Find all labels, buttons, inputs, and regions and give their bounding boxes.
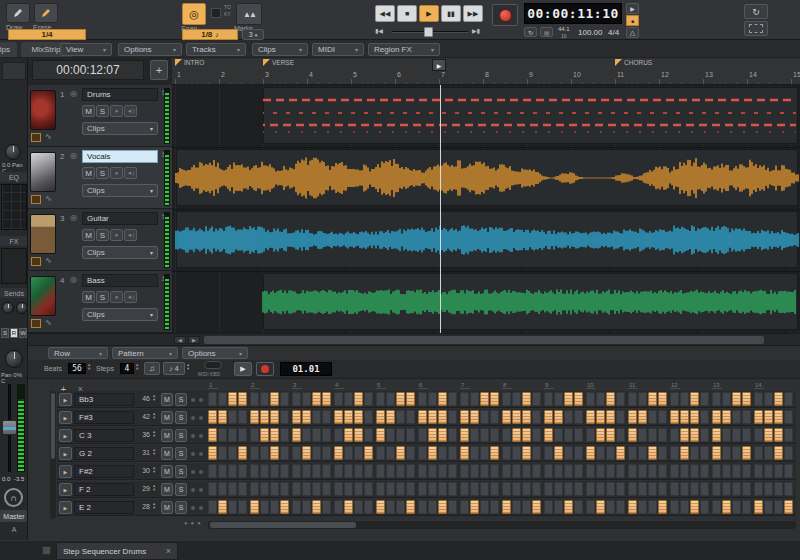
- row-preview-button[interactable]: ▶: [59, 501, 72, 514]
- step-cell[interactable]: [396, 464, 405, 478]
- step-cell[interactable]: [292, 464, 301, 478]
- step-cell[interactable]: [628, 410, 637, 424]
- track-clips-dropdown[interactable]: Clips▾: [82, 308, 158, 321]
- track-name[interactable]: Drums: [82, 88, 158, 101]
- step-cell[interactable]: [270, 482, 279, 496]
- step-cell[interactable]: [648, 482, 657, 496]
- step-cell[interactable]: [364, 428, 373, 442]
- step-cell[interactable]: [250, 410, 259, 424]
- step-cell[interactable]: [596, 500, 605, 514]
- step-cell[interactable]: [418, 464, 427, 478]
- step-cell[interactable]: [354, 446, 363, 460]
- step-cell[interactable]: [574, 428, 583, 442]
- step-cell[interactable]: [502, 428, 511, 442]
- step-cell[interactable]: [428, 392, 437, 406]
- track-automation-button[interactable]: [31, 257, 41, 266]
- track-automation-button[interactable]: [31, 133, 41, 142]
- snap-aux-toggle[interactable]: [211, 8, 221, 18]
- menu-tracks[interactable]: Tracks▾: [186, 43, 246, 56]
- track-header-bass[interactable]: 4◎Bass↕MS●◄)Clips▾∿: [28, 271, 172, 333]
- step-cell[interactable]: [418, 410, 427, 424]
- step-cell[interactable]: [606, 464, 615, 478]
- step-cell[interactable]: [334, 500, 343, 514]
- step-cell[interactable]: [460, 446, 469, 460]
- hscroll-thumb[interactable]: [204, 336, 764, 344]
- step-cell[interactable]: [680, 392, 689, 406]
- step-cell[interactable]: [438, 482, 447, 496]
- step-cell[interactable]: [428, 410, 437, 424]
- step-cell[interactable]: [418, 500, 427, 514]
- step-cell[interactable]: [586, 464, 595, 478]
- step-cell[interactable]: [322, 428, 331, 442]
- row-solo-button[interactable]: S: [175, 483, 187, 496]
- step-cell[interactable]: [322, 464, 331, 478]
- step-cell[interactable]: [742, 500, 751, 514]
- step-cell[interactable]: [428, 464, 437, 478]
- track-clips-dropdown[interactable]: Clips▾: [82, 246, 158, 259]
- step-cell[interactable]: [238, 410, 247, 424]
- seq-menu-row[interactable]: Row▾: [48, 347, 108, 359]
- step-cell[interactable]: [470, 464, 479, 478]
- step-cell[interactable]: [712, 428, 721, 442]
- track-mute-button[interactable]: M: [82, 105, 95, 117]
- step-cell[interactable]: [742, 392, 751, 406]
- step-cell[interactable]: [616, 482, 625, 496]
- row-mute-button[interactable]: M: [161, 501, 173, 514]
- step-cell[interactable]: [438, 500, 447, 514]
- row-solo-button[interactable]: S: [175, 465, 187, 478]
- step-cell[interactable]: [302, 464, 311, 478]
- step-cell[interactable]: [774, 392, 783, 406]
- row-option-dot[interactable]: [199, 452, 203, 456]
- step-cell[interactable]: [280, 410, 289, 424]
- track-solo-button[interactable]: S: [96, 291, 109, 303]
- step-cell[interactable]: [784, 428, 793, 442]
- step-cell[interactable]: [406, 464, 415, 478]
- step-cell[interactable]: [658, 464, 667, 478]
- step-cell[interactable]: [448, 428, 457, 442]
- fx-rack-box[interactable]: [1, 248, 27, 284]
- track-wave-icon[interactable]: ∿: [45, 194, 52, 203]
- step-cell[interactable]: [344, 428, 353, 442]
- step-cell[interactable]: [574, 410, 583, 424]
- step-cell[interactable]: [638, 446, 647, 460]
- step-cell[interactable]: [250, 500, 259, 514]
- step-cell[interactable]: [680, 482, 689, 496]
- row-velocity-spinner[interactable]: ▴▾: [153, 412, 155, 420]
- row-solo-button[interactable]: S: [175, 393, 187, 406]
- menu-region-fx[interactable]: Region FX▾: [368, 43, 440, 56]
- step-cell[interactable]: [700, 410, 709, 424]
- automation-w-button[interactable]: W: [19, 328, 27, 338]
- step-cell[interactable]: [638, 500, 647, 514]
- step-cell[interactable]: [754, 482, 763, 496]
- seq-hscroll-thumb[interactable]: [210, 522, 356, 528]
- step-cell[interactable]: [628, 482, 637, 496]
- step-cell[interactable]: [502, 410, 511, 424]
- step-cell[interactable]: [406, 392, 415, 406]
- step-cell[interactable]: [396, 428, 405, 442]
- track-monitor-button[interactable]: ◄): [124, 167, 137, 179]
- step-cell[interactable]: [354, 464, 363, 478]
- step-cell[interactable]: [238, 482, 247, 496]
- row-velocity-value[interactable]: 30: [136, 467, 150, 474]
- row-note-name[interactable]: G 2: [74, 447, 134, 460]
- row-velocity-spinner[interactable]: ▴▾: [153, 484, 155, 492]
- row-velocity-spinner[interactable]: ▴▾: [153, 502, 155, 510]
- step-cell[interactable]: [606, 392, 615, 406]
- step-cell[interactable]: [606, 446, 615, 460]
- step-cell[interactable]: [732, 464, 741, 478]
- step-cell[interactable]: [742, 482, 751, 496]
- step-cell[interactable]: [344, 410, 353, 424]
- step-cell[interactable]: [438, 446, 447, 460]
- step-cell[interactable]: [428, 446, 437, 460]
- step-cell[interactable]: [344, 464, 353, 478]
- step-cell[interactable]: [364, 482, 373, 496]
- row-preview-button[interactable]: ▶: [59, 429, 72, 442]
- step-cell[interactable]: [574, 392, 583, 406]
- row-mute-button[interactable]: M: [161, 411, 173, 424]
- step-cell[interactable]: [312, 464, 321, 478]
- step-cell[interactable]: [238, 392, 247, 406]
- step-cell[interactable]: [208, 500, 217, 514]
- sync-icon-button[interactable]: ↻: [524, 27, 537, 37]
- step-cell[interactable]: [406, 500, 415, 514]
- now-time-display[interactable]: 00:00:12:07: [32, 60, 144, 80]
